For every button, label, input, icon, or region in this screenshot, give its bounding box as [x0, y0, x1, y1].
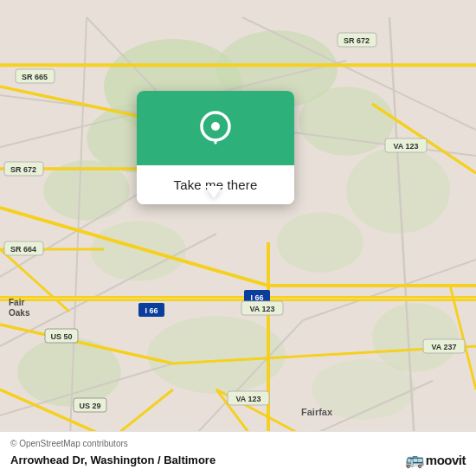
svg-text:VA 123: VA 123	[235, 395, 261, 403]
svg-point-72	[211, 122, 220, 131]
svg-text:SR 665: SR 665	[22, 73, 48, 81]
moovit-logo: 🚌 moovit	[405, 450, 466, 469]
location-pin-icon	[197, 110, 234, 146]
svg-point-9	[147, 316, 286, 394]
svg-point-11	[372, 303, 459, 372]
map-container: SR 672 SR 665 SR 672 SR 664 VA 123 I 66 …	[0, 0, 476, 476]
take-me-there-button[interactable]: Take me there	[137, 165, 294, 204]
svg-text:SR 672: SR 672	[344, 36, 370, 45]
svg-point-8	[91, 221, 186, 281]
svg-text:US 50: US 50	[50, 332, 72, 341]
svg-point-7	[277, 212, 363, 273]
svg-text:SR 664: SR 664	[10, 245, 36, 254]
svg-text:SR 672: SR 672	[10, 165, 36, 174]
svg-text:Fairfax: Fairfax	[301, 407, 333, 417]
bottom-bar: © OpenStreetMap contributors Arrowhead D…	[0, 431, 476, 476]
location-info: Arrowhead Dr, Washington / Baltimore 🚌 m…	[10, 450, 466, 469]
svg-text:VA 123: VA 123	[393, 142, 418, 151]
moovit-brand-text: moovit	[426, 453, 466, 467]
svg-text:I 66: I 66	[250, 293, 263, 302]
svg-text:VA 123: VA 123	[249, 305, 274, 313]
popup-tail	[205, 186, 222, 198]
svg-text:VA 237: VA 237	[431, 343, 456, 351]
svg-text:Oaks: Oaks	[9, 308, 30, 318]
svg-point-4	[299, 87, 394, 156]
popup-green-area	[137, 91, 294, 165]
location-address: Arrowhead Dr, Washington / Baltimore	[10, 453, 215, 466]
svg-text:I 66: I 66	[145, 306, 158, 315]
copyright-text: © OpenStreetMap contributors	[10, 439, 466, 448]
svg-text:US 29: US 29	[79, 402, 100, 410]
moovit-bus-icon: 🚌	[405, 450, 424, 469]
svg-text:Fair: Fair	[9, 298, 24, 307]
